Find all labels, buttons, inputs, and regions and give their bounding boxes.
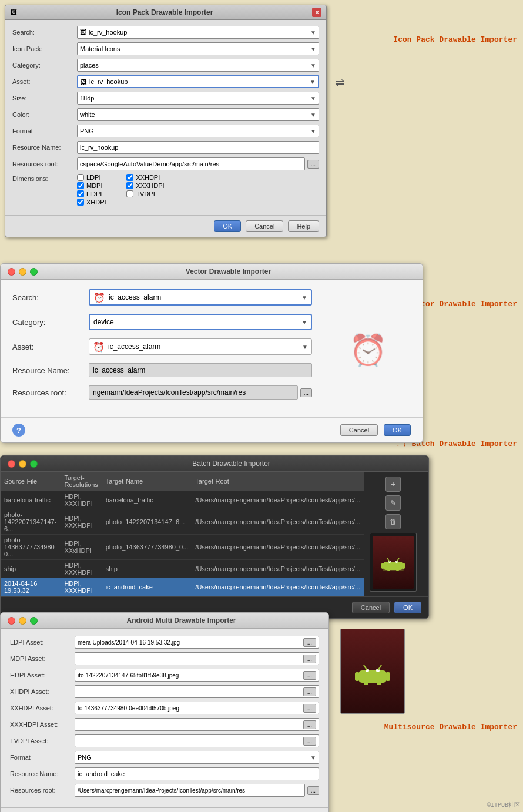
- dim-xxhdpi-checkbox[interactable]: [126, 174, 133, 181]
- asset-label: Asset:: [12, 78, 77, 85]
- panel4-ldpi-input[interactable]: mera Uploads/2014-04-16 19.53.32.jpg ...: [75, 636, 319, 649]
- panel4-mdpi-input[interactable]: ...: [75, 652, 319, 665]
- search-dropdown[interactable]: 🖼 ic_rv_hookup ▼: [77, 26, 319, 39]
- panel1-ok-button[interactable]: OK: [214, 220, 241, 232]
- panel3-close-button[interactable]: [8, 460, 15, 468]
- dim-xxxhdpi-checkbox[interactable]: [126, 182, 133, 189]
- panel4-ldpi-row: LDPI Asset: mera Uploads/2014-04-16 19.5…: [10, 636, 319, 649]
- panel3-ok-button[interactable]: OK: [394, 602, 421, 613]
- batch-add-button[interactable]: +: [385, 477, 401, 492]
- batch-delete-button[interactable]: 🗑: [385, 514, 401, 529]
- panel2-category-dropdown[interactable]: device ▼: [89, 314, 312, 330]
- panel2-search-dropdown[interactable]: ⏰ ic_access_alarm ▼: [89, 289, 312, 306]
- panel-batch-importer: Batch Drawable Importer Source-File Targ…: [0, 455, 429, 619]
- cell-name: barcelona_traffic: [102, 491, 192, 509]
- panel4-xxxhdpi-input[interactable]: ...: [75, 718, 319, 731]
- resource-name-input[interactable]: [77, 141, 319, 154]
- panel3-title: Batch Drawable Importer: [41, 459, 421, 468]
- panel2-ok-button[interactable]: OK: [384, 424, 411, 436]
- panel1-title-icon: 🖼: [10, 8, 17, 16]
- iconpack-arrow-icon: ▼: [310, 46, 316, 52]
- panel4-ldpi-label: LDPI Asset:: [10, 639, 75, 646]
- panel4-resource-name-input[interactable]: [75, 767, 319, 780]
- svg-rect-3: [402, 563, 405, 569]
- batch-edit-button[interactable]: ✎: [385, 495, 401, 511]
- panel3-max-button[interactable]: [30, 460, 38, 468]
- watermark: ©ITPUB社区: [487, 801, 520, 809]
- batch-preview-image: [370, 533, 417, 592]
- dim-mdpi-checkbox[interactable]: [77, 182, 84, 189]
- panel4-tvdpi-input[interactable]: ...: [75, 734, 319, 747]
- panel3-table-wrapper: Source-File Target-Resolutions Target-Na…: [1, 472, 364, 596]
- svg-rect-4: [387, 570, 390, 571]
- resource-name-label: Resource Name:: [12, 144, 77, 151]
- panel4-min-button[interactable]: [19, 617, 26, 625]
- dim-xhdpi-checkbox[interactable]: [77, 199, 84, 206]
- panel1-help-button[interactable]: Help: [288, 220, 319, 232]
- panel3-cancel-button[interactable]: Cancel: [352, 602, 390, 613]
- panel4-close-button[interactable]: [8, 617, 15, 625]
- panel2-min-button[interactable]: [19, 268, 26, 276]
- panel4-tvdpi-row: TVDPI Asset: ...: [10, 734, 319, 747]
- resources-root-label: Resources root:: [12, 160, 77, 167]
- dim-tvdpi-checkbox[interactable]: [126, 190, 133, 197]
- panel4-xxhdpi-input[interactable]: to-1436377734980-0ee004df570b.jpeg ...: [75, 702, 319, 714]
- resources-root-input[interactable]: [77, 157, 305, 170]
- panel4-hdpi-input[interactable]: ito-1422207134147-65fb81f59e38.jpeg ...: [75, 669, 319, 682]
- panel4-ldpi-browse-button[interactable]: ...: [303, 638, 316, 647]
- asset-value: ic_rv_hookup: [89, 78, 128, 85]
- panel2-resources-root-value: ngemann/IdeaProjects/IconTest/app/src/ma…: [89, 385, 298, 400]
- size-dropdown[interactable]: 18dp ▼: [77, 92, 319, 105]
- table-row[interactable]: barcelona-traffic HDPI, XXXHDPI barcelon…: [1, 491, 364, 509]
- panel4-hdpi-browse-button[interactable]: ...: [303, 671, 316, 680]
- panel4-xxhdpi-label: XXHDPI Asset:: [10, 704, 75, 712]
- panel4-tvdpi-label: TVDPI Asset:: [10, 737, 75, 744]
- cell-resolution: HDPI, XXXHDPI: [61, 491, 102, 509]
- cell-resolution: HDPI, XXxHDPI: [61, 535, 102, 560]
- panel4-format-dropdown[interactable]: PNG ▼: [75, 751, 319, 764]
- resources-root-browse-button[interactable]: ...: [307, 160, 319, 169]
- panel4-max-button[interactable]: [30, 617, 38, 625]
- dim-xxhdpi-label: XXHDPI: [136, 174, 160, 181]
- iconpack-dropdown[interactable]: Material Icons ▼: [77, 42, 319, 55]
- dim-ldpi-checkbox[interactable]: [77, 174, 84, 181]
- panel4-title: Android Multi Drawable Importer: [41, 616, 321, 625]
- format-dropdown[interactable]: PNG ▼: [77, 125, 319, 137]
- svg-rect-10: [358, 670, 387, 683]
- cell-root: /Users/marcprengemann/IdeaProjects/IconT…: [192, 509, 364, 535]
- panel4-xhdpi-browse-button[interactable]: ...: [303, 687, 316, 696]
- panel1-close-button[interactable]: ✕: [312, 8, 321, 17]
- table-row[interactable]: photo-14363777734980-0... HDPI, XXxHDPI …: [1, 535, 364, 560]
- panel4-xxxhdpi-browse-button[interactable]: ...: [303, 720, 316, 729]
- color-dropdown[interactable]: white ▼: [77, 108, 319, 121]
- panel2-asset-dropdown[interactable]: ⏰ ic_access_alarm ▼: [89, 338, 312, 355]
- asset-dropdown[interactable]: 🖼 ic_rv_hookup ▼: [77, 75, 319, 88]
- category-dropdown[interactable]: places ▼: [77, 59, 319, 72]
- cell-root: /Users/marcprengemann/IdeaProjects/IconT…: [192, 491, 364, 509]
- panel2-max-button[interactable]: [30, 268, 38, 276]
- panel4-mdpi-browse-button[interactable]: ...: [303, 655, 316, 663]
- dim-xhdpi-item: XHDPI: [77, 199, 115, 206]
- table-row[interactable]: ship HDPI, XXXHDPI ship /Users/marcpreng…: [1, 560, 364, 578]
- panel2-close-button[interactable]: [8, 268, 15, 276]
- panel4-resources-root-input[interactable]: [75, 784, 305, 797]
- panel2-resource-name-label: Resource Name:: [12, 366, 89, 375]
- table-row[interactable]: 2014-04-16 19.53.32 HDPI, XXXHDPI ic_and…: [1, 578, 364, 596]
- panel3-min-button[interactable]: [19, 460, 26, 468]
- asset-arrow-icon: ▼: [310, 79, 316, 85]
- panel4-xxhdpi-browse-button[interactable]: ...: [303, 704, 316, 713]
- panel2-browse-button[interactable]: ...: [300, 388, 312, 397]
- panel4-resources-root-browse-button[interactable]: ...: [307, 786, 319, 795]
- panel1-cancel-button[interactable]: Cancel: [246, 220, 283, 232]
- dim-hdpi-checkbox[interactable]: [77, 190, 84, 197]
- search-label: Search:: [12, 29, 77, 36]
- table-row[interactable]: photo-14222071347147-6... HDPI, XXXHDPI …: [1, 509, 364, 535]
- dim-hdpi-item: HDPI: [77, 190, 115, 197]
- panel4-titlebar: Android Multi Drawable Importer: [1, 613, 328, 629]
- asset-icon: 🖼: [81, 78, 87, 85]
- panel4-tvdpi-browse-button[interactable]: ...: [303, 737, 316, 746]
- panel4-xhdpi-input[interactable]: ...: [75, 685, 319, 698]
- panel2-cancel-button[interactable]: Cancel: [340, 424, 378, 436]
- cell-name: ic_android_cake: [102, 578, 192, 596]
- panel2-help-button[interactable]: ?: [12, 424, 25, 437]
